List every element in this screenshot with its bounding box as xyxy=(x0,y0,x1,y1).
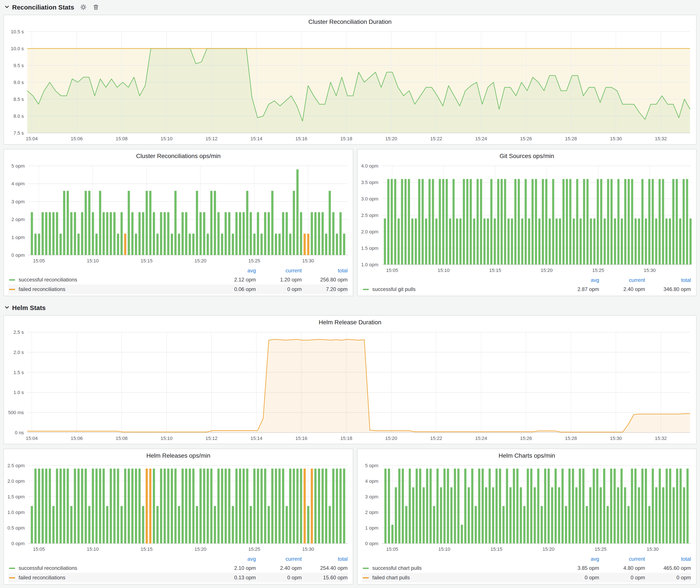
legend-value: 4.80 opm xyxy=(599,565,645,571)
legend-sort-total[interactable]: total xyxy=(645,277,691,283)
git-sources-ops-chart[interactable]: 15:0515:1015:1515:2015:2515:301.0 opm1.5… xyxy=(358,162,696,275)
legend-sort-current[interactable]: current xyxy=(256,556,302,562)
legend-value: 0 opm xyxy=(645,575,691,581)
panel-git-sources-ops: Git Sources ops/min 15:0515:1015:1515:20… xyxy=(357,149,697,296)
legend-sort-avg[interactable]: avg xyxy=(553,277,599,283)
panel-helm-releases-ops: Helm Releases ops/min 15:0515:1015:1515:… xyxy=(3,449,353,585)
legend-series-swatch xyxy=(9,279,15,280)
svg-text:15:10: 15:10 xyxy=(438,546,450,552)
svg-text:15:30: 15:30 xyxy=(610,136,622,141)
legend-series-label[interactable]: successful git pulls xyxy=(372,286,553,292)
panel-title[interactable]: Helm Release Duration xyxy=(4,316,696,329)
svg-text:15:05: 15:05 xyxy=(33,546,45,552)
legend-series-swatch xyxy=(363,567,369,569)
panel-helm-charts-ops: Helm Charts ops/min 15:0515:1015:1515:20… xyxy=(357,449,697,585)
svg-text:15:10: 15:10 xyxy=(87,546,99,552)
svg-text:1.0 opm: 1.0 opm xyxy=(8,510,25,515)
helm-releases-ops-chart[interactable]: 15:0515:1015:1515:2015:2515:300 opm0.5 o… xyxy=(4,462,353,554)
legend-header-row: avgcurrenttotal xyxy=(8,266,348,275)
svg-text:1.5 opm: 1.5 opm xyxy=(8,494,25,499)
svg-text:0 opm: 0 opm xyxy=(11,252,25,258)
panel-title[interactable]: Helm Releases ops/min xyxy=(4,449,353,462)
svg-text:15:10: 15:10 xyxy=(438,268,450,273)
legend-sort-current[interactable]: current xyxy=(599,556,645,562)
section-title: Reconciliation Stats xyxy=(12,3,74,11)
legend-sort-avg[interactable]: avg xyxy=(210,556,256,562)
section-header-reconciliation-stats[interactable]: Reconciliation Stats xyxy=(4,1,99,13)
legend-series-label[interactable]: successful chart pulls xyxy=(372,565,553,571)
svg-text:15:30: 15:30 xyxy=(302,546,314,552)
svg-text:1 opm: 1 opm xyxy=(365,525,378,531)
svg-text:15:25: 15:25 xyxy=(592,268,604,273)
legend-series-label[interactable]: failed chart pulls xyxy=(372,575,553,581)
svg-text:2.0 s: 2.0 s xyxy=(13,350,24,355)
legend-sort-current[interactable]: current xyxy=(256,268,302,274)
legend-series-label[interactable]: successful reconciliations xyxy=(19,565,210,571)
trash-icon[interactable] xyxy=(93,4,99,10)
legend-sort-total[interactable]: total xyxy=(302,556,348,562)
cluster-reconciliation-duration-chart[interactable]: 15:0415:0615:0815:1015:1215:1415:1615:18… xyxy=(4,28,696,144)
legend-sort-total[interactable]: total xyxy=(302,268,348,274)
legend-series-label[interactable]: successful reconciliations xyxy=(19,277,210,283)
svg-text:15:24: 15:24 xyxy=(475,136,487,141)
svg-text:15:22: 15:22 xyxy=(430,136,442,141)
chevron-down-icon xyxy=(4,4,10,10)
helm-release-duration-chart[interactable]: 15:0415:0615:0815:1015:1215:1415:1615:18… xyxy=(4,329,696,444)
legend-sort-current[interactable]: current xyxy=(599,277,645,283)
legend-series-label[interactable]: failed reconciliations xyxy=(19,575,210,581)
panel-title[interactable]: Cluster Reconciliations ops/min xyxy=(4,149,353,162)
svg-text:15:16: 15:16 xyxy=(295,136,307,141)
svg-text:15:20: 15:20 xyxy=(385,436,397,441)
svg-text:15:24: 15:24 xyxy=(475,436,487,441)
panel-title[interactable]: Git Sources ops/min xyxy=(358,149,696,162)
svg-text:15:32: 15:32 xyxy=(655,136,667,141)
legend-value: 0.06 opm xyxy=(210,286,256,292)
legend-sort-avg[interactable]: avg xyxy=(553,556,599,562)
legend-value: 254.40 opm xyxy=(302,565,348,571)
legend-series-swatch xyxy=(9,289,15,290)
panel-title[interactable]: Cluster Reconciliation Duration xyxy=(4,15,696,28)
gear-icon[interactable] xyxy=(80,4,87,10)
legend-value: 256.80 opm xyxy=(302,277,348,283)
svg-text:15:26: 15:26 xyxy=(520,136,532,141)
svg-text:15:06: 15:06 xyxy=(71,436,83,441)
svg-text:10.0 s: 10.0 s xyxy=(11,46,24,51)
legend-value: 3.85 opm xyxy=(553,565,599,571)
legend-value: 2.87 opm xyxy=(553,286,599,292)
helm-charts-ops-chart[interactable]: 15:0515:1015:1515:2015:2515:300 opm1 opm… xyxy=(358,462,696,554)
svg-text:10.5 s: 10.5 s xyxy=(11,29,24,34)
legend-header-row: avgcurrenttotal xyxy=(8,555,348,563)
svg-text:15:14: 15:14 xyxy=(250,136,262,141)
legend-sort-avg[interactable]: avg xyxy=(210,268,256,274)
svg-text:9.5 s: 9.5 s xyxy=(13,63,24,68)
legend-series-swatch xyxy=(9,577,15,578)
svg-text:15:18: 15:18 xyxy=(340,436,352,441)
panel-title[interactable]: Helm Charts ops/min xyxy=(358,449,696,462)
svg-text:1 opm: 1 opm xyxy=(11,235,25,240)
svg-text:2 opm: 2 opm xyxy=(11,217,25,222)
svg-text:15:15: 15:15 xyxy=(141,258,153,263)
svg-text:15:25: 15:25 xyxy=(595,546,606,552)
svg-text:15:10: 15:10 xyxy=(87,258,99,263)
svg-text:8.5 s: 8.5 s xyxy=(13,97,24,102)
chevron-down-icon xyxy=(4,305,10,310)
svg-text:15:15: 15:15 xyxy=(489,268,501,273)
svg-text:15:04: 15:04 xyxy=(26,136,38,141)
legend-row: successful reconciliations2.10 opm2.40 o… xyxy=(8,563,348,573)
svg-text:4 opm: 4 opm xyxy=(365,478,378,484)
svg-text:2.5 opm: 2.5 opm xyxy=(8,463,25,468)
dashboard: Reconciliation Stats Cluster Reconciliat… xyxy=(0,0,700,588)
legend-value: 2.40 opm xyxy=(599,286,645,292)
legend-value: 15.60 opm xyxy=(302,575,348,581)
legend-sort-total[interactable]: total xyxy=(645,556,691,562)
legend-series-swatch xyxy=(363,577,369,578)
legend-value: 0 opm xyxy=(256,286,302,292)
svg-text:1.5 opm: 1.5 opm xyxy=(361,246,379,251)
svg-text:15:15: 15:15 xyxy=(141,546,153,552)
svg-text:15:18: 15:18 xyxy=(340,136,352,141)
cluster-reconciliations-ops-chart[interactable]: 15:0515:1015:1515:2015:2515:300 opm1 opm… xyxy=(4,162,353,265)
legend-value: 0.13 opm xyxy=(210,575,256,581)
svg-text:15:12: 15:12 xyxy=(206,136,218,141)
legend-series-label[interactable]: failed reconciliations xyxy=(19,286,210,292)
section-header-helm-stats[interactable]: Helm Stats xyxy=(4,301,46,313)
